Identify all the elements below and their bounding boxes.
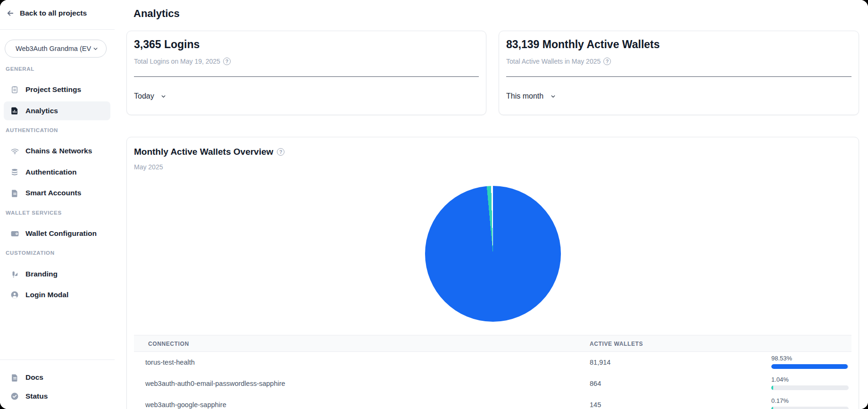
wallets-subtitle: Total Active Wallets in May 2025	[506, 58, 601, 65]
sidebar-item-label: Smart Accounts	[25, 189, 81, 197]
sidebar-item-smart-accounts[interactable]: Smart Accounts	[4, 184, 110, 202]
check-circle-icon	[10, 392, 19, 401]
active-wallets-pie-chart[interactable]	[425, 186, 561, 322]
wifi-icon	[10, 146, 19, 156]
connection-cell: web3auth-google-sapphire	[145, 401, 226, 409]
wallet-icon	[10, 229, 19, 238]
sidebar-item-project-settings[interactable]: Project Settings	[4, 80, 110, 99]
sidebar-item-label: Analytics	[25, 107, 58, 115]
table-row[interactable]: web3auth-google-sapphire 145 0.17%	[134, 394, 851, 409]
database-icon	[10, 167, 19, 177]
percent-cell: 98.53%	[771, 355, 849, 369]
sidebar-bottom-divider	[0, 359, 115, 360]
help-icon[interactable]: ?	[277, 148, 284, 156]
section-label-general: GENERAL	[6, 66, 34, 72]
user-circle-icon	[10, 290, 19, 300]
section-label-authentication: AUTHENTICATION	[6, 127, 58, 133]
logins-metric: 3,365 Logins	[134, 38, 200, 51]
help-icon[interactable]: ?	[223, 58, 231, 65]
overview-card: Monthly Active Wallets Overview ? May 20…	[126, 137, 859, 409]
sidebar-item-label: Docs	[25, 373, 43, 382]
sidebar-item-label: Chains & Networks	[25, 147, 92, 155]
logins-card: 3,365 Logins Total Logins on May 19, 202…	[126, 31, 486, 115]
active-wallets-cell: 81,914	[590, 359, 610, 366]
sidebar-item-analytics[interactable]: Analytics	[4, 101, 110, 120]
main-content: Analytics 3,365 Logins Total Logins on M…	[115, 0, 868, 409]
sidebar-item-status[interactable]: Status	[4, 387, 110, 406]
range-label: Today	[134, 92, 154, 100]
help-icon[interactable]: ?	[603, 58, 611, 65]
overview-subtitle: May 2025	[134, 163, 163, 171]
active-wallets-cell: 864	[590, 380, 601, 387]
percent-label: 0.17%	[771, 397, 849, 404]
back-label: Back to all projects	[20, 9, 87, 17]
wallets-metric: 83,139 Monthly Active Wallets	[506, 38, 660, 51]
monthly-active-wallets-card: 83,139 Monthly Active Wallets Total Acti…	[499, 31, 859, 115]
chevron-down-icon	[159, 92, 168, 101]
percent-cell: 0.17%	[771, 397, 849, 409]
table-row[interactable]: torus-test-health 81,914 98.53%	[134, 352, 851, 373]
document-icon	[10, 188, 19, 198]
sidebar: Back to all projects Web3Auth Grandma (E…	[0, 0, 115, 409]
percent-bar-track	[771, 364, 849, 369]
percent-bar-track	[771, 407, 849, 409]
percent-bar-fill	[771, 364, 848, 369]
sidebar-item-label: Wallet Configuration	[25, 229, 97, 238]
section-label-wallet-services: WALLET SERVICES	[6, 210, 62, 216]
sidebar-item-label: Branding	[25, 270, 58, 278]
card-divider	[506, 76, 851, 77]
document-icon	[10, 373, 19, 382]
sidebar-item-wallet-configuration[interactable]: Wallet Configuration	[4, 224, 110, 243]
active-wallets-cell: 145	[590, 401, 601, 409]
connection-cell: web3auth-auth0-email-passwordless-sapphi…	[145, 380, 285, 387]
percent-cell: 1.04%	[771, 376, 849, 390]
back-to-projects-link[interactable]: Back to all projects	[6, 7, 87, 20]
sidebar-item-authentication[interactable]: Authentication	[4, 163, 110, 182]
sidebar-item-label: Authentication	[25, 168, 77, 176]
percent-label: 98.53%	[771, 355, 849, 362]
sidebar-item-chains-networks[interactable]: Chains & Networks	[4, 142, 110, 160]
sidebar-item-label: Login Modal	[25, 291, 68, 299]
percent-label: 1.04%	[771, 376, 849, 383]
sidebar-top-divider	[0, 29, 115, 30]
percent-bar-track	[771, 385, 849, 390]
wallets-range-dropdown[interactable]: This month	[506, 92, 558, 101]
range-label: This month	[506, 92, 543, 100]
sidebar-item-label: Status	[25, 392, 48, 401]
project-selector[interactable]: Web3Auth Grandma (EV	[5, 40, 107, 58]
column-header-connection: CONNECTION	[148, 335, 189, 352]
percent-bar-fill	[771, 385, 773, 390]
page-title: Analytics	[134, 8, 180, 20]
sidebar-item-label: Project Settings	[25, 85, 81, 94]
sidebar-item-docs[interactable]: Docs	[4, 368, 110, 387]
analytics-chart-icon	[10, 106, 19, 116]
logins-range-dropdown[interactable]: Today	[134, 92, 168, 101]
clipboard-icon	[10, 85, 19, 94]
arrow-left-icon	[6, 8, 15, 18]
connection-cell: torus-test-health	[145, 359, 195, 366]
chevron-down-icon	[548, 92, 558, 101]
project-selector-label: Web3Auth Grandma (EV	[16, 45, 91, 52]
column-header-active-wallets: ACTIVE WALLETS	[590, 335, 643, 352]
brush-icon	[10, 269, 19, 279]
table-header: CONNECTION ACTIVE WALLETS	[134, 335, 851, 352]
card-divider	[134, 76, 479, 77]
logins-subtitle: Total Logins on May 19, 2025	[134, 58, 220, 65]
sidebar-item-login-modal[interactable]: Login Modal	[4, 285, 110, 304]
table-row[interactable]: web3auth-auth0-email-passwordless-sapphi…	[134, 373, 851, 394]
sidebar-item-branding[interactable]: Branding	[4, 265, 110, 284]
section-label-customization: CUSTOMIZATION	[6, 250, 55, 256]
percent-bar-fill	[771, 407, 773, 409]
overview-title: Monthly Active Wallets Overview	[134, 147, 273, 157]
chevron-down-icon	[92, 44, 99, 53]
app-window: Back to all projects Web3Auth Grandma (E…	[0, 0, 868, 409]
